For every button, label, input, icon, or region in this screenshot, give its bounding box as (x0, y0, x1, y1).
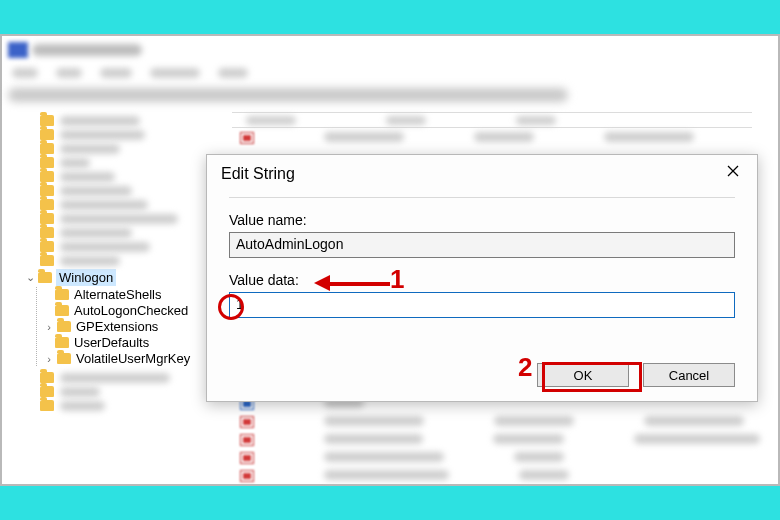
expander-closed-icon[interactable]: › (43, 353, 55, 365)
value-data-field[interactable]: 1 (229, 292, 735, 318)
edit-string-dialog: Edit String Value name: AutoAdminLogon V… (206, 154, 758, 402)
value-name-field[interactable]: AutoAdminLogon (229, 232, 735, 258)
list-row-blur (240, 416, 760, 430)
folder-icon (55, 305, 69, 316)
tree-node-winlogon[interactable]: ⌄ Winlogon (24, 269, 217, 286)
expander-open-icon[interactable]: ⌄ (24, 271, 36, 284)
tree-node-child[interactable]: AlternateShells (55, 287, 217, 302)
menubar-blur (12, 68, 248, 78)
tree-node-child[interactable]: › GPExtensions (43, 319, 217, 334)
app-icon (8, 42, 28, 58)
address-bar-blur (8, 88, 568, 102)
registry-tree[interactable]: ⌄ Winlogon AlternateShells AutoLogonChec… (12, 112, 217, 482)
annotation-arrow-1 (328, 282, 390, 286)
list-row-blur (240, 434, 760, 448)
value-data-label: Value data: (229, 272, 735, 288)
close-button[interactable] (715, 159, 751, 183)
tree-label[interactable]: AutoLogonChecked (74, 303, 188, 318)
tree-node-child[interactable]: UserDefaults (55, 335, 217, 350)
dialog-title: Edit String (221, 165, 295, 183)
folder-icon (57, 321, 71, 332)
list-row-blur (240, 452, 760, 466)
registry-editor-window: ⌄ Winlogon AlternateShells AutoLogonChec… (0, 34, 780, 486)
tree-label[interactable]: GPExtensions (76, 319, 158, 334)
tree-node-child[interactable]: › VolatileUserMgrKey (43, 351, 217, 366)
arrow-head-icon (314, 275, 330, 291)
tree-label[interactable]: VolatileUserMgrKey (76, 351, 190, 366)
tree-label[interactable]: AlternateShells (74, 287, 161, 302)
annotation-number-1: 1 (390, 264, 404, 295)
list-row-blur (240, 470, 760, 484)
tree-label[interactable]: Winlogon (56, 269, 116, 286)
folder-icon (55, 289, 69, 300)
close-icon (727, 165, 739, 177)
list-header-blur (232, 112, 752, 128)
list-row-blur (240, 132, 760, 146)
value-name-label: Value name: (229, 212, 735, 228)
tree-node-child[interactable]: AutoLogonChecked (55, 303, 217, 318)
tree-label[interactable]: UserDefaults (74, 335, 149, 350)
folder-icon (55, 337, 69, 348)
cancel-button[interactable]: Cancel (643, 363, 735, 387)
expander-closed-icon[interactable]: › (43, 321, 55, 333)
ok-button[interactable]: OK (537, 363, 629, 387)
app-title-blur (32, 44, 142, 56)
annotation-number-2: 2 (518, 352, 532, 383)
folder-icon (38, 272, 52, 283)
folder-icon (57, 353, 71, 364)
